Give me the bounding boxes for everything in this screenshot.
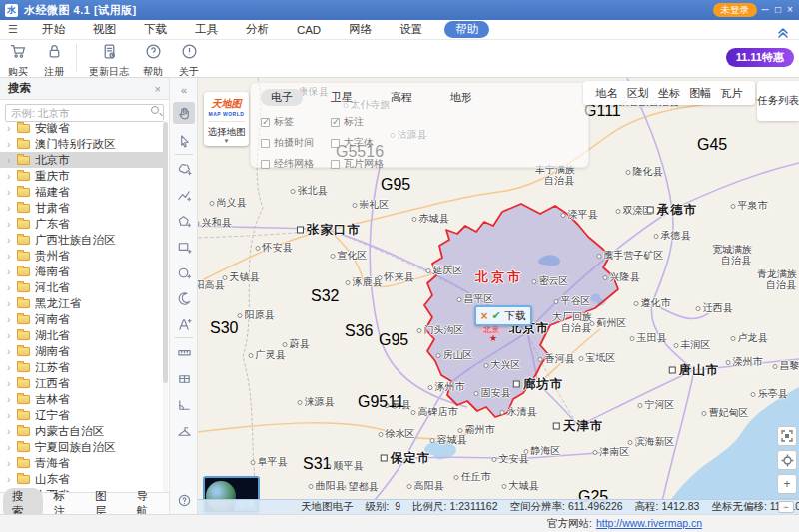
expand-chevron-icon[interactable] (7, 346, 17, 357)
tree-item[interactable]: 甘肃省 (0, 200, 163, 216)
layer-option[interactable]: 经纬网格 (261, 157, 327, 171)
measure-angle-icon[interactable] (173, 393, 195, 415)
expand-chevron-icon[interactable] (7, 298, 17, 309)
menu-item[interactable]: 视图 (87, 21, 122, 38)
cancel-icon[interactable]: × (480, 310, 487, 322)
buy-button[interactable]: 购买 (0, 43, 36, 79)
measure-area-icon[interactable] (173, 367, 195, 389)
search-icon[interactable] (151, 106, 159, 114)
base-layer-tab[interactable]: 卫星 (321, 89, 363, 106)
expand-chevron-icon[interactable] (7, 426, 17, 437)
layer-option[interactable]: 大字体 (331, 136, 410, 150)
expand-chevron-icon[interactable] (7, 378, 17, 389)
draw-arc-icon[interactable] (173, 287, 195, 309)
task-list-button[interactable]: 任务列表 (757, 81, 799, 121)
tree-item[interactable]: 青海省 (0, 455, 163, 471)
layer-option[interactable]: 瓦片网格 (331, 157, 410, 171)
close-button[interactable]: × (784, 0, 796, 20)
tree-item[interactable]: 湖南省 (0, 343, 163, 359)
checkbox-icon[interactable] (261, 139, 270, 148)
tree-item[interactable]: 江苏省 (0, 359, 163, 375)
checkbox-icon[interactable] (261, 118, 270, 127)
expand-chevron-icon[interactable] (7, 203, 17, 214)
expand-chevron-icon[interactable] (7, 187, 17, 198)
checkbox-icon[interactable] (261, 160, 270, 169)
tree-item[interactable]: 贵州省 (0, 248, 163, 264)
expand-chevron-icon[interactable] (7, 394, 17, 405)
download-label[interactable]: 下载 (505, 309, 526, 323)
expand-chevron-icon[interactable] (7, 266, 17, 277)
menu-item[interactable]: 网络 (343, 21, 378, 38)
measure-distance-icon[interactable] (173, 341, 195, 363)
menu-item[interactable]: 帮助 (444, 21, 489, 38)
tree-item[interactable]: 福建省 (0, 184, 163, 200)
promo-badge[interactable]: 11.11特惠 (726, 48, 794, 67)
draw-polyline-icon[interactable] (173, 184, 195, 206)
layer-option[interactable]: 标注 (331, 115, 410, 129)
add-text-icon[interactable] (173, 313, 195, 335)
expand-chevron-icon[interactable] (7, 474, 17, 485)
menu-item[interactable]: 分析 (240, 21, 275, 38)
login-badge[interactable]: 未登录 (713, 3, 758, 17)
locate-button[interactable] (777, 450, 797, 470)
confirm-check-icon[interactable]: ✔ (491, 310, 500, 321)
collapse-panel-icon[interactable] (173, 82, 195, 98)
tree-item[interactable]: 江西省 (0, 375, 163, 391)
menu-item[interactable]: 设置 (394, 21, 428, 38)
minimize-button[interactable]: ─ (759, 0, 771, 20)
zoom-in-button[interactable]: + (777, 474, 797, 494)
tree-item[interactable]: 广东省 (0, 216, 163, 232)
expand-chevron-icon[interactable] (7, 458, 17, 469)
expand-chevron-icon[interactable] (7, 362, 17, 373)
menu-item[interactable]: 工具 (189, 21, 224, 38)
tree-item[interactable]: 辽宁省 (0, 407, 163, 423)
layer-option[interactable]: 标签 (261, 115, 327, 129)
pan-tool-icon[interactable] (173, 102, 195, 124)
tree-item[interactable]: 重庆市 (0, 168, 163, 184)
expand-chevron-icon[interactable] (7, 251, 17, 262)
tree-item[interactable]: 北京市 (0, 152, 163, 168)
overlay-tab[interactable]: 地名 (596, 86, 618, 101)
tree-item[interactable]: 河南省 (0, 311, 163, 327)
rail-help-icon[interactable] (173, 489, 195, 511)
overlay-tab[interactable]: 图幅 (689, 86, 711, 101)
tree-item[interactable]: 宁夏回族自治区 (0, 439, 163, 455)
select-tool-icon[interactable] (173, 130, 195, 152)
base-layer-tab[interactable]: 地形 (440, 89, 482, 106)
map-canvas[interactable]: 康保县太仆寺旗蒙古族自治县沽源县丰宁满族自治县尚义县张北县崇礼区赤城县兴和县隆化… (198, 78, 799, 514)
expand-chevron-icon[interactable] (7, 155, 17, 166)
expand-chevron-icon[interactable] (7, 314, 17, 325)
expand-chevron-icon[interactable] (7, 235, 17, 246)
status-collapse-button[interactable]: − (778, 501, 794, 513)
draw-circle-icon[interactable] (173, 262, 195, 283)
overlay-tab[interactable]: 坐标 (658, 86, 680, 101)
draw-free-polygon-icon[interactable] (173, 158, 195, 180)
tree-item[interactable]: 海南省 (0, 264, 163, 279)
checkbox-icon[interactable] (331, 118, 340, 127)
panel-close-icon[interactable]: × (155, 83, 161, 95)
checkbox-icon[interactable] (331, 160, 340, 169)
about-button[interactable]: 关于 (171, 43, 207, 79)
tree-scrollbar[interactable] (163, 120, 168, 492)
menu-item[interactable]: 下载 (138, 21, 173, 38)
tree-item[interactable]: 广西壮族自治区 (0, 232, 163, 248)
expand-chevron-icon[interactable] (7, 139, 17, 150)
tree-item[interactable]: 河北省 (0, 279, 163, 295)
expand-chevron-icon[interactable] (7, 123, 17, 134)
maximize-button[interactable]: □ (772, 0, 784, 20)
expand-chevron-icon[interactable] (7, 410, 17, 421)
tree-item[interactable]: 湖北省 (0, 327, 163, 343)
overlay-tab[interactable]: 瓦片 (720, 86, 742, 101)
menu-item[interactable]: CAD (291, 23, 327, 37)
fit-extent-button[interactable] (777, 426, 797, 446)
register-button[interactable]: 注册 (36, 43, 72, 79)
measure-elevation-icon[interactable] (173, 419, 195, 441)
base-layer-tab[interactable]: 高程 (381, 89, 422, 106)
tree-item[interactable]: 澳门特别行政区 (0, 136, 163, 152)
tree-item[interactable]: 山东省 (0, 471, 163, 487)
help-button[interactable]: 帮助 (135, 43, 171, 79)
checkbox-icon[interactable] (331, 139, 340, 148)
draw-polygon-icon[interactable] (173, 210, 195, 232)
expand-chevron-icon[interactable] (7, 171, 17, 182)
expand-chevron-icon[interactable] (7, 282, 17, 293)
